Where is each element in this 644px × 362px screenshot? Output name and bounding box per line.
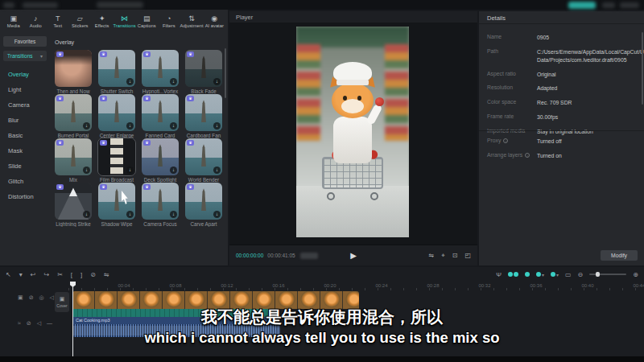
transition-card-cardboard-fan[interactable]: ♛↓ [185, 94, 222, 131]
download-icon: ↓ [213, 122, 221, 130]
details-value: 30.00fps [537, 113, 558, 121]
mirror-clip-icon[interactable]: ⇋ [104, 271, 109, 278]
transition-card-label: Then and Now [52, 88, 95, 94]
ratio-icon[interactable]: ⊡ [452, 252, 458, 260]
favorites-button[interactable]: Favorites [3, 36, 47, 47]
info-icon: i [503, 138, 508, 143]
transition-card-carve-apart[interactable]: ♛↓ [185, 183, 222, 220]
info-icon: i [525, 153, 530, 158]
details-scrollbar[interactable] [642, 32, 643, 105]
transition-card-shadow-wipe[interactable]: ♛↓ [98, 183, 135, 220]
track-type-icon[interactable]: ▣ [18, 294, 23, 301]
cover-icon: ▣ [60, 296, 65, 302]
sidebar-item-slide[interactable]: Slide [3, 158, 47, 174]
toolbar-item-captions[interactable]: ▤Captions [136, 14, 158, 28]
toolbar-item-stickers[interactable]: ▱Stickers [68, 14, 90, 28]
chef-hat-band [336, 80, 369, 85]
sidebar-item-mask[interactable]: Mask [3, 143, 47, 158]
sidebar-item-glitch[interactable]: Glitch [3, 174, 47, 189]
sidebar-item-blur[interactable]: Blur [3, 113, 47, 128]
effects-icon: ✦ [99, 14, 105, 23]
snap-toggle[interactable]: ▾ [536, 272, 544, 278]
trim-left-icon[interactable]: [ [71, 271, 72, 278]
transition-card-camera-focus[interactable]: ♛↓ [142, 183, 179, 220]
mute-icon[interactable]: ◁ [50, 294, 54, 301]
transition-card-hypnoti-vortex[interactable]: ♛↓ [142, 50, 179, 87]
sidebar-item-camera[interactable]: Camera [3, 97, 47, 113]
record-voiceover-icon[interactable]: Ψ [496, 271, 502, 278]
grid-scrollbar[interactable] [225, 48, 226, 98]
transition-card-shutter-switch[interactable]: ♛↓ [98, 50, 135, 87]
play-button[interactable]: ▶ [350, 251, 357, 260]
magnet-toggle[interactable] [525, 272, 530, 277]
transitions-icon: ⋈ [121, 14, 128, 23]
sidebar-item-distortion[interactable]: Distortion [3, 189, 47, 204]
snap-toggle-group: ▾▾ [508, 272, 559, 278]
ruler-tick-label: 00:36 [528, 283, 544, 288]
transition-card-burned-portal[interactable]: ♛↓ [55, 94, 92, 131]
menu-icon[interactable] [3, 2, 14, 8]
transition-card-then-and-now[interactable]: ♛ [55, 50, 92, 87]
details-value: Turned off [537, 138, 562, 146]
details-row-path: PathC:/Users/Emenwa/AppData/Local/CapCut… [487, 48, 638, 64]
video-preview[interactable] [296, 27, 409, 237]
export-button[interactable] [568, 2, 596, 9]
timeline-zoom-slider[interactable] [589, 274, 626, 275]
store-floor [296, 186, 409, 237]
vip-badge-icon: ♛ [143, 184, 151, 190]
redo-icon[interactable]: ↪ [43, 271, 49, 278]
toolbar-item-label: AI avatar [205, 23, 224, 28]
sidebar-item-basic[interactable]: Basic [3, 128, 47, 143]
transition-card-lightning-strike[interactable]: ♛↓ [55, 183, 92, 220]
pack-selector[interactable]: Transitions ▾ [3, 51, 47, 61]
transition-card-black-fade[interactable]: ♛↓ [185, 50, 222, 87]
details-row-color-space: Color spaceRec. 709 SDR [487, 99, 638, 107]
delete-icon[interactable]: ⊘ [90, 271, 96, 278]
details-row-name: Name0905 [487, 34, 638, 42]
toolbar-item-audio[interactable]: ♪Audio [24, 14, 46, 28]
toolbar-item-media[interactable]: ▣Media [2, 14, 24, 28]
sidebar-item-light[interactable]: Light [3, 82, 47, 97]
toolbar-item-adjustment[interactable]: ⇅Adjustment [180, 14, 204, 28]
ruler-tick-label: 00:44 [631, 283, 644, 288]
hide-icon[interactable]: ◎ [39, 294, 44, 301]
modify-button[interactable]: Modify [601, 250, 638, 261]
split-icon[interactable]: ✂ [57, 271, 63, 278]
toolbar-item-label: Text [53, 23, 62, 28]
details-value: C:/Users/Emenwa/AppData/Local/CapCut/Use… [537, 48, 644, 64]
fullscreen-icon[interactable]: ◰ [464, 252, 471, 260]
category-list: OverlayLightCameraBlurBasicMaskSlideGlit… [3, 67, 47, 204]
transition-card-mix[interactable]: ♛↓ [55, 138, 92, 175]
lock-icon[interactable]: ⊘ [29, 294, 34, 301]
toolbar-item-transitions[interactable]: ⋈Transitions [113, 14, 135, 28]
transition-card-fanned-card[interactable]: ♛↓ [142, 94, 179, 131]
timeline-ruler[interactable]: 00:0400:0800:1200:1600:2000:2400:2800:32… [68, 282, 644, 291]
mirror-icon[interactable]: ⇋ [429, 252, 435, 260]
select-dropdown-icon[interactable]: ▾ [19, 271, 23, 278]
titlebar-blur-left [23, 2, 58, 8]
download-icon: ↓ [170, 167, 177, 174]
transition-card-center-enlarge[interactable]: ♛↓ [98, 94, 135, 131]
preview-frame-icon[interactable]: ▭ [565, 271, 572, 278]
overlap-toggle[interactable]: ▾ [551, 272, 559, 278]
toolbar-item-ai-avatar[interactable]: ◉AI avatar [204, 14, 225, 28]
focus-icon[interactable]: ⌖ [441, 252, 445, 260]
toolbar-item-label: Media [7, 23, 20, 28]
zoom-slider-thumb[interactable] [596, 272, 600, 277]
zoom-in-icon[interactable]: ⊕ [633, 271, 638, 278]
toolbar-item-filters[interactable]: ◔Filters [158, 14, 180, 28]
transition-card-label: World Bender [182, 177, 225, 183]
link-toggle[interactable] [508, 272, 518, 277]
transition-card-world-bender[interactable]: ♛↓ [185, 138, 222, 175]
toolbar-item-effects[interactable]: ✦Effects [91, 14, 113, 28]
trim-right-icon[interactable]: ] [80, 271, 82, 278]
toolbar-item-text[interactable]: TText [47, 14, 68, 28]
undo-icon[interactable]: ↩ [31, 271, 36, 278]
details-label: Imported media [487, 128, 537, 136]
sidebar-item-overlay[interactable]: Overlay [3, 67, 47, 82]
toolbar-item-label: Captions [138, 23, 156, 28]
transition-card-deck-spotlight[interactable]: ♛↓ [142, 138, 179, 175]
zoom-out-icon[interactable]: ⊖ [578, 271, 584, 278]
select-tool-icon[interactable]: ↖ [6, 271, 11, 278]
transition-card-film-broadcast[interactable]: ♛↓ [98, 138, 135, 175]
